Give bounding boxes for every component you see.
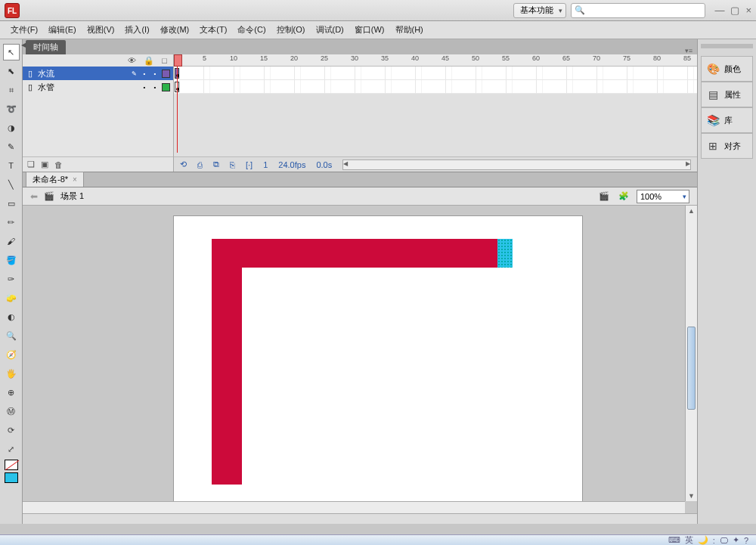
ime-item[interactable]: 英	[685, 534, 693, 545]
layer-color-swatch[interactable]	[162, 70, 170, 78]
tool-button[interactable]: 🔍	[3, 327, 20, 344]
tool-button[interactable]: ⟳	[3, 422, 20, 438]
lock-dot[interactable]: •	[151, 70, 159, 77]
horizontal-scrollbar[interactable]	[23, 501, 685, 513]
tool-button[interactable]: 🧭	[3, 346, 20, 363]
delete-layer-icon[interactable]: 🗑	[54, 160, 63, 169]
status-icon[interactable]: [·]	[246, 160, 253, 169]
layer-color-swatch[interactable]	[162, 83, 170, 91]
visibility-dot[interactable]: •	[141, 70, 148, 77]
frames-area[interactable]: 1510152025303540455055606570758085 ⟲ ⎙ ⧉…	[174, 54, 697, 172]
tool-button[interactable]: 🖌	[3, 233, 20, 249]
tool-button[interactable]: ↖	[3, 44, 20, 60]
vertical-scrollbar[interactable]	[685, 206, 697, 501]
tool-button[interactable]: ◑	[3, 119, 20, 136]
water-shape[interactable]	[497, 239, 513, 268]
stroke-color-swatch[interactable]	[5, 460, 18, 470]
ruler-tick: 35	[381, 54, 389, 62]
back-icon[interactable]: ⬅	[30, 191, 38, 202]
frame-scrollbar[interactable]	[342, 159, 691, 170]
panel-toggle[interactable]: 📚库	[701, 107, 753, 133]
new-layer-icon[interactable]: ❏	[27, 159, 35, 169]
document-tab[interactable]: 未命名-8* ×	[26, 172, 84, 187]
layer-row[interactable]: ▯ 水流 ✎ • •	[23, 67, 173, 80]
tool-button[interactable]: ⌗	[3, 82, 20, 98]
menu-item[interactable]: 命令(C)	[233, 22, 270, 38]
menu-item[interactable]: 编辑(E)	[44, 22, 81, 38]
tool-button[interactable]: ⊕	[3, 384, 20, 401]
status-icon[interactable]: ⧉	[213, 159, 219, 169]
edit-scene-icon[interactable]: 🎬	[597, 190, 611, 203]
edit-symbol-icon[interactable]: 🧩	[617, 190, 631, 203]
scroll-thumb[interactable]	[687, 327, 696, 410]
layer-row[interactable]: ▯ 水管 • •	[23, 80, 173, 94]
ruler-tick: 5	[203, 54, 206, 62]
frame-row[interactable]	[174, 67, 697, 80]
status-icon[interactable]: ⟲	[180, 159, 187, 169]
menu-item[interactable]: 视图(V)	[82, 22, 119, 38]
tool-button[interactable]: ✏	[3, 214, 20, 231]
zoom-dropdown[interactable]: 100%	[637, 190, 689, 203]
ime-item[interactable]: 🌙	[698, 535, 708, 545]
status-icon[interactable]: ⎙	[197, 160, 203, 169]
panel-menu-icon[interactable]: ▾≡	[685, 47, 692, 54]
tool-button[interactable]: ✑	[3, 271, 20, 287]
menu-item[interactable]: 窗口(W)	[350, 22, 389, 38]
visibility-icon[interactable]: 👁	[128, 56, 136, 65]
ime-item[interactable]: :	[713, 536, 715, 545]
menu-item[interactable]: 修改(M)	[156, 22, 194, 38]
tool-button[interactable]: 🪣	[3, 252, 20, 268]
menu-item[interactable]: 文件(F)	[6, 22, 42, 38]
menu-item[interactable]: 帮助(H)	[391, 22, 428, 38]
tool-button[interactable]: ✎	[3, 138, 20, 155]
close-icon[interactable]: ×	[73, 175, 77, 184]
ime-item[interactable]: 🖵	[720, 536, 728, 545]
visibility-dot[interactable]: •	[141, 84, 148, 91]
maximize-button[interactable]: ▢	[730, 5, 739, 16]
tool-button[interactable]: T	[3, 157, 20, 174]
frame-row[interactable]	[174, 80, 697, 94]
pipe-shape[interactable]	[212, 239, 497, 268]
tool-button[interactable]: 🧽	[3, 290, 20, 306]
layer-name[interactable]: 水流	[38, 68, 127, 79]
panel-icon: 🎨	[706, 63, 720, 75]
fill-color-swatch[interactable]	[5, 472, 18, 483]
tool-button[interactable]: ➰	[3, 101, 20, 117]
search-box[interactable]: 🔍	[571, 3, 705, 18]
ime-item[interactable]: ✦	[733, 535, 739, 545]
tool-button[interactable]: Ⓜ	[3, 403, 20, 420]
pipe-shape[interactable]	[212, 239, 242, 485]
tool-button[interactable]: ╲	[3, 176, 20, 193]
timeline-panel: 时间轴 ▾≡ 👁 🔒 □ ▯ 水流 ✎ • • ▯ 水管 • • ❏	[23, 39, 697, 172]
stage-viewport[interactable]	[23, 206, 697, 513]
dock-grip[interactable]	[701, 44, 753, 48]
tool-button[interactable]: ⬉	[3, 63, 20, 79]
timeline-tab[interactable]: 时间轴	[26, 40, 66, 54]
tool-button[interactable]: ◐	[3, 308, 20, 325]
tool-button[interactable]: ⤢	[3, 441, 20, 457]
menu-item[interactable]: 控制(O)	[272, 22, 310, 38]
menu-item[interactable]: 文本(T)	[195, 22, 231, 38]
ime-item[interactable]: ⌨	[668, 535, 680, 545]
lock-icon[interactable]: 🔒	[144, 56, 154, 66]
close-button[interactable]: ×	[745, 5, 751, 16]
panel-toggle[interactable]: ▤属性	[701, 82, 753, 107]
lock-dot[interactable]: •	[151, 84, 159, 91]
minimize-button[interactable]: —	[714, 5, 724, 16]
ime-item[interactable]: ?	[744, 536, 748, 545]
menu-item[interactable]: 插入(I)	[120, 22, 153, 38]
stage[interactable]	[174, 216, 582, 511]
panel-toggle[interactable]: ⊞对齐	[701, 133, 753, 159]
new-folder-icon[interactable]: ▣	[41, 159, 48, 169]
status-icon[interactable]: ⎘	[230, 160, 235, 169]
layer-name[interactable]: 水管	[38, 82, 138, 93]
search-input[interactable]	[587, 6, 702, 15]
tool-button[interactable]: 🖐	[3, 365, 20, 382]
outline-icon[interactable]: □	[162, 56, 167, 65]
playhead[interactable]	[177, 54, 178, 153]
frame-ruler[interactable]: 1510152025303540455055606570758085	[174, 54, 697, 67]
menu-item[interactable]: 调试(D)	[311, 22, 349, 38]
workspace-switcher[interactable]: 基本功能	[513, 3, 566, 18]
panel-toggle[interactable]: 🎨颜色	[701, 56, 753, 82]
tool-button[interactable]: ▭	[3, 195, 20, 212]
